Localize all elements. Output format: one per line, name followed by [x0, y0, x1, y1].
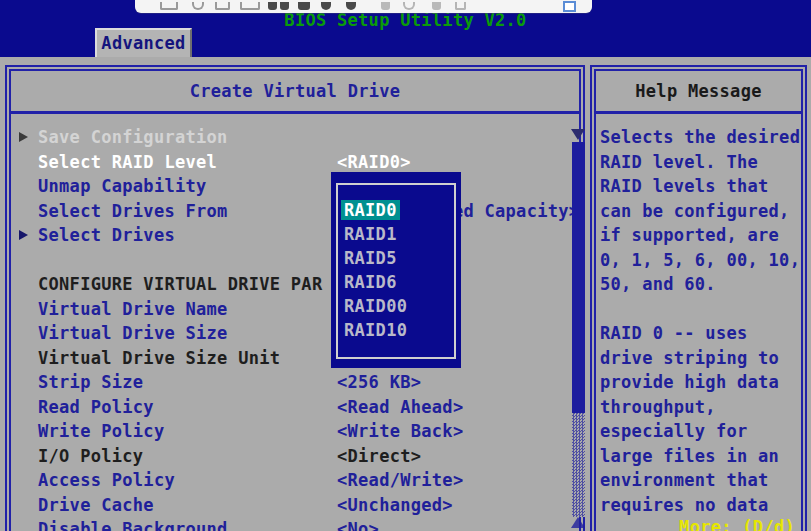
menu-item-value: <Unchanged> [337, 493, 453, 518]
menu-item-label: Virtual Drive Name [38, 297, 228, 322]
toolbar-icon [432, 2, 441, 10]
help-line: large files in an [600, 444, 805, 469]
raid-option-raid1[interactable]: RAID1 [344, 222, 459, 246]
menu-item-read-policy[interactable]: Read Policy<Read Ahead> [11, 395, 579, 420]
help-line: requires no data [600, 493, 805, 518]
browser-toolbar-fragment [135, 0, 592, 13]
bios-title: BIOS Setup Utility V2.0 [0, 10, 811, 30]
help-line [600, 297, 805, 322]
tab-advanced[interactable]: Advanced [95, 28, 192, 57]
page-title: Create Virtual Drive [11, 71, 579, 114]
menu-item-value: <256 KB> [337, 370, 421, 395]
help-line: RAID 0 -- uses [600, 321, 805, 346]
raid-option-raid5[interactable]: RAID5 [344, 246, 459, 270]
menu-item-disable-background[interactable]: Disable Background<No> [11, 517, 579, 531]
menu-item-label: Drive Cache [38, 493, 154, 518]
toolbar-icon [455, 2, 466, 10]
menu-item-write-policy[interactable]: Write Policy<Write Back> [11, 419, 579, 444]
menu-item-value: <Read/Write> [337, 468, 463, 493]
help-line: can be configured, [600, 199, 805, 224]
menu-item-save-configuration[interactable]: Save Configuration [11, 125, 579, 150]
menu-item-label: Virtual Drive Size Unit [38, 346, 280, 371]
help-panel: Help Message Selects the desiredRAID lev… [590, 65, 807, 531]
menu-item-label: Save Configuration [38, 125, 228, 150]
menu-item-value: <Read Ahead> [337, 395, 463, 420]
menu-item-i-o-policy[interactable]: I/O Policy<Direct> [11, 444, 579, 469]
toolbar-icon [280, 2, 289, 10]
menu-item-label: Disable Background [38, 517, 228, 531]
menu-item-label: Strip Size [38, 370, 143, 395]
menu-item-access-policy[interactable]: Access Policy<Read/Write> [11, 468, 579, 493]
toolbar-checkbox-icon [563, 1, 576, 12]
scroll-up-indicator-icon[interactable] [571, 517, 585, 528]
raid-option-raid10[interactable]: RAID10 [344, 318, 459, 342]
menu-item-select-drives[interactable]: Select Drives [11, 223, 579, 248]
menu-item-label: Unmap Capability [38, 174, 207, 199]
help-line: environment that [600, 468, 805, 493]
help-line: drive striping to [600, 346, 805, 371]
menu-item-spacer [11, 248, 579, 273]
menu-item-label: Virtual Drive Size [38, 321, 228, 346]
submenu-arrow-icon [19, 230, 28, 240]
help-line: throughput, [600, 395, 805, 420]
bios-setup-screen: BIOS Setup Utility V2.0 Advanced Create … [0, 0, 811, 531]
more-indicator: More: (D/d) [679, 517, 795, 531]
menu-item-label: Select Drives From [38, 199, 228, 224]
menu-item-select-raid-level[interactable]: Select RAID Level<RAID0> [11, 150, 579, 175]
help-line: 0, 1, 5, 6, 00, 10, [600, 248, 805, 273]
menu-item-configure-virtual-drive-par[interactable]: CONFIGURE VIRTUAL DRIVE PAR [11, 272, 579, 297]
help-line: 50, and 60. [600, 272, 805, 297]
menu-item-value: <Direct> [337, 444, 421, 469]
scroll-down-indicator-icon[interactable] [571, 129, 585, 140]
help-line: especially for [600, 419, 805, 444]
raid-level-dropdown: RAID0RAID1RAID5RAID6RAID00RAID10 [331, 172, 461, 368]
create-virtual-drive-panel: Create Virtual Drive Save ConfigurationS… [5, 65, 585, 531]
toolbar-icon [298, 2, 310, 10]
toolbar-icon [321, 2, 331, 10]
menu-item-label: CONFIGURE VIRTUAL DRIVE PAR [38, 272, 322, 297]
toolbar-icon [403, 2, 415, 10]
toolbar-icon [346, 2, 356, 10]
raid-option-raid00[interactable]: RAID00 [344, 294, 459, 318]
menu-item-label: Select Drives [38, 223, 175, 248]
toolbar-icon [381, 2, 390, 10]
toolbar-icon [240, 2, 260, 10]
help-text: Selects the desiredRAID level. TheRAID l… [600, 125, 805, 517]
settings-list: Save ConfigurationSelect RAID Level<RAID… [11, 125, 579, 531]
help-panel-title: Help Message [596, 71, 801, 114]
submenu-arrow-icon [19, 132, 28, 142]
menu-item-virtual-drive-name[interactable]: Virtual Drive Name [11, 297, 579, 322]
menu-item-select-drives-from[interactable]: Select Drives From<Unconfigured Capacity… [11, 199, 579, 224]
menu-item-virtual-drive-size-unit[interactable]: Virtual Drive Size Unit [11, 346, 579, 371]
menu-item-strip-size[interactable]: Strip Size<256 KB> [11, 370, 579, 395]
menu-item-value: <RAID0> [337, 150, 411, 175]
menu-item-unmap-capability[interactable]: Unmap Capability [11, 174, 579, 199]
help-line: Selects the desired [600, 125, 805, 150]
toolbar-icon [160, 2, 178, 10]
menu-item-label: Select RAID Level [38, 150, 217, 175]
menu-item-label: I/O Policy [38, 444, 143, 469]
menu-item-value: <Write Back> [337, 419, 463, 444]
menu-item-drive-cache[interactable]: Drive Cache<Unchanged> [11, 493, 579, 518]
help-line: RAID levels that [600, 174, 805, 199]
help-line: provide high data [600, 370, 805, 395]
menu-item-label: Access Policy [38, 468, 175, 493]
help-line: if supported, are [600, 223, 805, 248]
raid-option-raid6[interactable]: RAID6 [344, 270, 459, 294]
menu-item-value: <No> [337, 517, 379, 531]
toolbar-icon [268, 2, 277, 10]
toolbar-icon [192, 2, 204, 10]
selected-option-highlight: RAID0 [341, 200, 400, 220]
help-line: RAID level. The [600, 150, 805, 175]
scrollbar-track[interactable] [572, 413, 585, 517]
raid-option-raid0[interactable]: RAID0 [344, 198, 459, 222]
menu-item-virtual-drive-size[interactable]: Virtual Drive Size [11, 321, 579, 346]
menu-item-label: Write Policy [38, 419, 164, 444]
toolbar-icon [215, 2, 230, 10]
menu-item-label: Read Policy [38, 395, 154, 420]
scrollbar-thumb[interactable] [572, 142, 585, 413]
